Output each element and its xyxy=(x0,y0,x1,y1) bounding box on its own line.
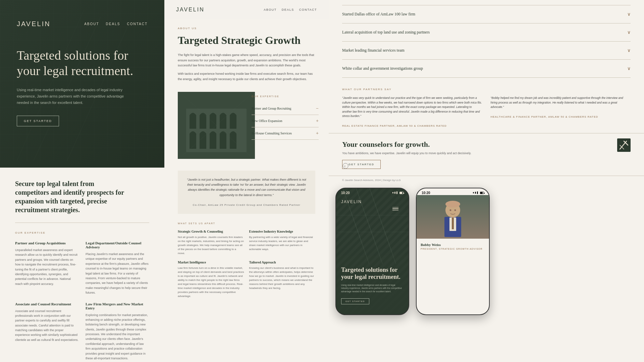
middle-nav-about[interactable]: ABOUT xyxy=(264,8,277,11)
testimonial-card-1: "Javelin was very quick to understand ou… xyxy=(342,96,482,128)
wsa-body-1: Not all growth is positive. Javelin coun… xyxy=(178,235,244,255)
nav-about[interactable]: ABOUT xyxy=(84,22,99,26)
what-sets-us-apart-section: WHAT SETS US APART Strategic Growth & Co… xyxy=(164,217,329,303)
phone1-hero-body: Using real-time market intelligence and … xyxy=(341,284,404,293)
accordion-chevron-1: ∨ xyxy=(627,11,631,17)
expertise-grid: Partner and Group Acquisitions Unparalle… xyxy=(15,241,149,361)
expertise-sidebar: OUR EXPERTISE Partner and Group Recruiti… xyxy=(252,95,319,140)
expertise-body-3: Associate and counsel recruitment profes… xyxy=(15,309,79,343)
middle-panel: JAVELIN ABOUT DEALS CONTACT ABOUT US Tar… xyxy=(164,0,329,362)
accordion-chevron-3: ∨ xyxy=(627,48,631,53)
expertise-item-2: Legal Department/Outside Counsel Advisor… xyxy=(86,241,149,295)
phone-icons-2 xyxy=(473,191,484,194)
expertise-body-4: Exploring combinations for market penetr… xyxy=(86,313,149,361)
wsa-item-3: Market Intelligence Law firm fortunes tu… xyxy=(178,260,244,298)
phone-time-2: 10:20 xyxy=(422,191,430,195)
middle-nav-deals[interactable]: DEALS xyxy=(282,8,294,11)
accordion-list: Started Dallas office of AmLaw 100 law f… xyxy=(342,5,631,78)
middle-hero-title: Targeted Strategic Growth xyxy=(178,34,315,47)
expertise-sidebar-label: OUR EXPERTISE xyxy=(252,95,319,98)
expertise-accordion-label-3: In-House Consulting Services xyxy=(252,131,292,135)
accordion-chevron-2: ∨ xyxy=(627,29,631,35)
phone-icons-1 xyxy=(392,191,404,194)
partners-say-section: WHAT OUR PARTNERS SAY "Javelin was very … xyxy=(329,83,644,133)
middle-nav-links: ABOUT DEALS CONTACT xyxy=(264,8,317,11)
wsa-item-1: Strategic Growth & Counseling Not all gr… xyxy=(178,230,244,255)
counselors-title: Your counselors for growth. xyxy=(342,140,631,149)
counselors-section: Your counselors for growth. You have amb… xyxy=(329,133,644,176)
accordion-text-2: Lateral acquisition of top land use and … xyxy=(342,30,430,35)
battery-tip-p2 xyxy=(484,193,485,194)
expertise-item-1: Partner and Group Acquisitions Unparalle… xyxy=(15,241,79,295)
testimonial-attribution-1: REAL ESTATE FINANCE PARTNER, AMLAW 50 & … xyxy=(342,124,447,127)
accordion-chevron-4: ∨ xyxy=(627,66,631,71)
testimonial-text-2: "Bobby helped me find my dream job and w… xyxy=(491,96,631,110)
middle-testimonial: "Javelin is not just a headhunter, but a… xyxy=(178,171,315,214)
left-panel: JAVELIN ABOUT DEALS CONTACT Targeted sol… xyxy=(0,0,164,362)
wsa-label: WHAT SETS US APART xyxy=(178,222,315,225)
left-white-card: Secure top legal talent from competitors… xyxy=(0,168,164,362)
phone1-cta-button[interactable]: GET STARTED xyxy=(341,298,369,304)
middle-hero-body2: With tactics and experience honed workin… xyxy=(178,71,315,82)
wsa-grid: Strategic Growth & Counseling Not all gr… xyxy=(178,230,315,298)
expertise-accordion-2[interactable]: New Office Expansion + xyxy=(252,115,319,127)
middle-nav-contact[interactable]: CONTACT xyxy=(299,8,317,11)
wsa-title-1: Strategic Growth & Counseling xyxy=(178,230,244,233)
person-photo xyxy=(417,195,489,239)
middle-image-section: OUR EXPERTISE Partner and Group Recruiti… xyxy=(164,92,329,166)
expertise-title-2: Legal Department/Outside Counsel Advisor… xyxy=(86,241,149,249)
expertise-section-label: OUR EXPERTISE xyxy=(15,231,149,234)
phone2-content: Bobby Weiss PRESIDENT, STRATEGIC GROWTH … xyxy=(417,239,489,254)
expertise-body-2: Placing Javelin's market awareness and t… xyxy=(86,252,149,295)
middle-hero-body1: The fight for legal talent is a high-sta… xyxy=(178,53,315,68)
phone-mockup-1: 10:20 xyxy=(335,188,409,315)
testimonial-card-2: "Bobby helped me find my dream job and w… xyxy=(491,96,631,128)
copyright-icon: c xyxy=(342,163,349,171)
wsa-item-4: Tailored Approach Knowing our client's b… xyxy=(249,260,316,298)
nav-contact[interactable]: CONTACT xyxy=(127,22,148,26)
phone1-hero-title: Targeted solutions for your legal recrui… xyxy=(341,266,404,281)
accordion-text-4: White collar and government investigatio… xyxy=(342,66,423,71)
testimonial-attribution-2: HEALTHCARE & FINANCE PARTNER, AMLAW 50 &… xyxy=(491,115,598,118)
phone-status-bar-2: 10:20 xyxy=(417,188,489,197)
wsa-title-3: Market Intelligence xyxy=(178,260,244,264)
middle-about-label: ABOUT US xyxy=(178,27,315,30)
left-nav-links: ABOUT DEALS CONTACT xyxy=(84,22,148,26)
svg-text:c: c xyxy=(344,165,346,168)
white-card-title: Secure top legal talent from competitors… xyxy=(15,179,129,214)
expertise-accordion-3[interactable]: In-House Consulting Services + xyxy=(252,127,319,140)
phone-status-bar-1: 10:20 xyxy=(336,188,409,197)
phone1-menu-icon[interactable] xyxy=(392,207,398,211)
footer-text: © Javelin Search Advisors, 2024 | Design… xyxy=(342,179,401,182)
signal-bar-p2-2 xyxy=(475,192,476,194)
expertise-item-3: Associate and Counsel Recruitment Associ… xyxy=(15,302,79,361)
nav-deals[interactable]: DEALS xyxy=(106,22,120,26)
phone1-header: JAVELIN xyxy=(341,198,404,206)
footer-bar: © Javelin Search Advisors, 2024 | Design… xyxy=(329,176,644,184)
wsa-body-3: Law firm fortunes turn on a dime in this… xyxy=(178,266,244,298)
left-cta-button[interactable]: GET STARTED xyxy=(17,116,59,126)
expertise-title-1: Partner and Group Acquisitions xyxy=(15,241,79,245)
accordion-item-3[interactable]: Market leading financial services team ∨ xyxy=(342,42,631,60)
middle-navigation: JAVELIN ABOUT DEALS CONTACT xyxy=(164,0,329,19)
menu-line-1 xyxy=(392,207,398,208)
phone-screen-2: 10:20 xyxy=(417,188,489,314)
left-hero-body: Using real-time market intelligence and … xyxy=(17,87,124,106)
signal-bar-3 xyxy=(396,191,397,194)
expertise-accordion-plus-3: + xyxy=(316,131,319,136)
expertise-title-3: Associate and Counsel Recruitment xyxy=(15,302,79,306)
right-panel-inner: Started Dallas office of AmLaw 100 law f… xyxy=(329,0,644,362)
middle-testimonial-text: "Javelin is not just a headhunter, but a… xyxy=(184,177,309,198)
wsa-title-4: Tailored Approach xyxy=(249,260,316,264)
accordion-item-1[interactable]: Started Dallas office of AmLaw 100 law f… xyxy=(342,5,631,23)
phone2-person-title: PRESIDENT, STRATEGIC GROWTH ADVISOR xyxy=(421,248,485,250)
expertise-title-4: Law Firm Mergers and New Market Entry xyxy=(86,302,149,310)
middle-logo: JAVELIN xyxy=(176,7,205,13)
signal-bar-2 xyxy=(394,192,395,194)
expertise-accordion-minus-1: − xyxy=(316,106,319,111)
right-panel: Started Dallas office of AmLaw 100 law f… xyxy=(329,0,644,362)
accordion-item-4[interactable]: White collar and government investigatio… xyxy=(342,60,631,78)
expertise-accordion-1[interactable]: Partner and Group Recruiting − xyxy=(252,103,319,115)
phone-time-1: 10:20 xyxy=(341,191,350,195)
accordion-item-2[interactable]: Lateral acquisition of top land use and … xyxy=(342,23,631,42)
